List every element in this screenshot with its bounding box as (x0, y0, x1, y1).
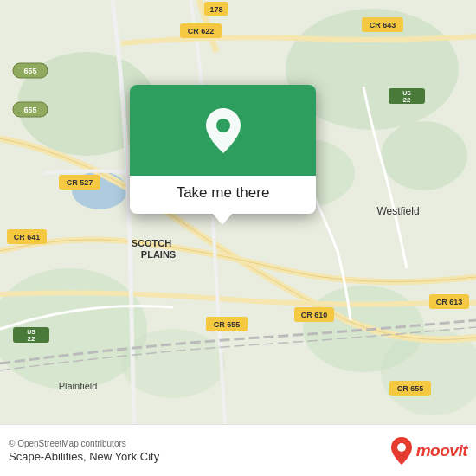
svg-text:SCOTCH: SCOTCH (132, 238, 172, 248)
moovit-logo: moovit (390, 436, 467, 466)
moovit-text: moovit (416, 441, 467, 460)
svg-text:CR 622: CR 622 (188, 27, 215, 35)
svg-text:US: US (402, 90, 411, 96)
svg-text:CR 655: CR 655 (214, 320, 241, 329)
svg-point-4 (381, 121, 467, 190)
svg-text:178: 178 (209, 5, 222, 14)
svg-text:Westfield: Westfield (376, 205, 419, 217)
svg-text:CR 527: CR 527 (67, 178, 93, 187)
svg-text:CR 610: CR 610 (301, 311, 328, 319)
map-popup: Take me there (130, 85, 316, 214)
svg-point-6 (121, 329, 225, 398)
svg-text:CR 613: CR 613 (436, 298, 463, 306)
svg-text:22: 22 (28, 335, 35, 343)
svg-text:CR 643: CR 643 (370, 21, 396, 29)
place-name: Scape-Abilities, New York City (9, 450, 159, 463)
svg-text:CR 655: CR 655 (397, 384, 424, 393)
svg-text:22: 22 (403, 96, 411, 104)
svg-text:655: 655 (23, 106, 36, 114)
map-container: CR 622 CR 643 178 655 655 US 22 US 22 CR… (0, 0, 476, 424)
svg-point-44 (216, 119, 230, 132)
bottom-bar: © OpenStreetMap contributors Scape-Abili… (0, 424, 476, 476)
popup-green-area (130, 85, 316, 176)
take-me-there-button[interactable]: Take me there (177, 184, 270, 202)
svg-text:655: 655 (23, 67, 36, 75)
svg-text:US: US (27, 329, 35, 335)
svg-text:CR 641: CR 641 (14, 233, 41, 241)
moovit-pin-icon (390, 436, 413, 466)
popup-tail (213, 214, 232, 225)
osm-attribution: © OpenStreetMap contributors (9, 439, 159, 448)
location-pin-icon (204, 106, 242, 155)
svg-text:Plainfield: Plainfield (59, 381, 98, 391)
svg-point-45 (397, 443, 406, 452)
svg-text:PLAINS: PLAINS (141, 249, 176, 260)
